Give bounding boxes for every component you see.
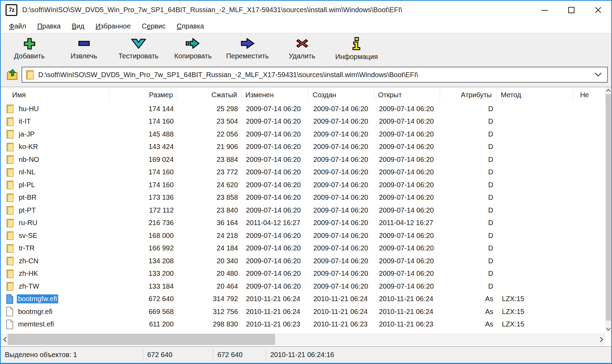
extract-button[interactable]: Извлечь xyxy=(57,33,111,62)
cell-method: LZX:15 xyxy=(497,295,574,303)
cell-modified: 2009-07-14 06:20 xyxy=(242,168,309,176)
cell-name[interactable]: nb-NO xyxy=(1,153,109,166)
column-header-size[interactable]: Размер xyxy=(109,88,177,101)
table-row[interactable]: ko-KR143 42421 9062009-07-14 06:202009-0… xyxy=(1,141,605,154)
maximize-icon xyxy=(568,6,575,14)
table-row[interactable]: bootmgr.efi669 568312 7562010-11-21 06:2… xyxy=(1,305,605,318)
move-button[interactable]: Переместить xyxy=(220,33,275,62)
file-name: hu-HU xyxy=(17,104,40,114)
table-row[interactable]: ru-RU216 73636 1642011-04-12 16:272009-0… xyxy=(1,217,605,230)
table-row[interactable]: zh-HK133 20020 4802009-07-14 06:202009-0… xyxy=(1,267,605,280)
table-row[interactable]: hu-HU174 14425 2982009-07-14 06:202009-0… xyxy=(1,102,605,115)
cell-name[interactable]: bootmgr.efi xyxy=(1,305,109,318)
cell-name[interactable]: zh-HK xyxy=(1,267,109,280)
table-row[interactable]: nb-NO169 02423 8842009-07-14 06:202009-0… xyxy=(1,153,605,166)
cell-name[interactable]: memtest.efi xyxy=(1,318,109,331)
cell-packed: 25 298 xyxy=(178,105,242,113)
scrollbar-down-arrow[interactable] xyxy=(605,326,611,332)
cell-size: 216 736 xyxy=(109,219,178,227)
add-button[interactable]: Добавить xyxy=(2,33,57,62)
folder-icon xyxy=(6,218,15,228)
cell-packed: 314 792 xyxy=(178,295,242,303)
chevron-down-icon[interactable] xyxy=(592,72,604,77)
table-row[interactable]: zh-TW133 18420 4642009-07-14 06:202009-0… xyxy=(1,280,605,293)
column-header-created[interactable]: Создан xyxy=(308,88,374,101)
column-header-method[interactable]: Метод xyxy=(496,88,573,101)
cell-created: 2009-07-14 06:20 xyxy=(309,193,375,201)
table-row[interactable]: sv-SE168 00024 2182009-07-14 06:202009-0… xyxy=(1,229,605,242)
horizontal-scrollbar[interactable] xyxy=(1,333,605,345)
up-one-level-button[interactable] xyxy=(3,66,22,83)
cell-name[interactable]: bootmgfw.efi xyxy=(1,293,109,306)
menu-item-правка[interactable]: Правка xyxy=(32,21,66,32)
horizontal-scrollbar-thumb[interactable] xyxy=(8,334,275,345)
test-button[interactable]: Тестировать xyxy=(111,33,166,62)
column-header-accessed[interactable]: Открыт xyxy=(374,88,440,101)
delete-button[interactable]: Удалить xyxy=(275,33,329,62)
table-row[interactable]: it-IT174 16023 5042009-07-14 06:202009-0… xyxy=(1,115,605,128)
table-row[interactable]: nl-NL174 16023 7722009-07-14 06:202009-0… xyxy=(1,166,605,179)
column-header-ne[interactable]: Не xyxy=(573,88,605,101)
move-arrow-icon xyxy=(239,36,257,50)
table-row[interactable]: tr-TR166 99224 1842009-07-14 06:202009-0… xyxy=(1,242,605,255)
cell-name[interactable]: ko-KR xyxy=(1,141,109,154)
vertical-scrollbar-thumb[interactable] xyxy=(606,94,611,321)
cell-attrs: D xyxy=(441,193,497,201)
cell-name[interactable]: tr-TR xyxy=(1,242,109,255)
column-header-name[interactable]: Имя xyxy=(1,88,109,101)
cell-name[interactable]: it-IT xyxy=(1,115,109,128)
cell-accessed: 2009-07-14 06:20 xyxy=(375,232,441,240)
cell-accessed: 2009-07-14 06:20 xyxy=(375,282,441,290)
scrollbar-up-arrow[interactable] xyxy=(605,87,611,94)
folder-icon xyxy=(6,243,15,254)
cell-name[interactable]: pt-PT xyxy=(1,204,109,217)
menu-item-сервис[interactable]: Сервис xyxy=(136,21,171,32)
menu-item-справка[interactable]: Справка xyxy=(171,21,209,32)
column-header-modified[interactable]: Изменен xyxy=(241,88,308,101)
column-header-packed[interactable]: Сжатый xyxy=(177,88,242,101)
table-row[interactable]: ja-JP145 48822 0562009-07-14 06:202009-0… xyxy=(1,128,605,141)
cell-name[interactable]: zh-CN xyxy=(1,255,109,267)
maximize-button[interactable] xyxy=(558,1,585,19)
file-name: pt-PT xyxy=(17,206,37,215)
table-row[interactable]: zh-CN134 20820 3402009-07-14 06:202009-0… xyxy=(1,255,605,267)
cell-name[interactable]: pl-PL xyxy=(1,179,109,191)
cell-name[interactable]: ja-JP xyxy=(1,128,109,141)
cell-name[interactable]: nl-NL xyxy=(1,166,109,179)
copy-button[interactable]: Копировать xyxy=(166,33,220,62)
table-row[interactable]: pl-PL174 16024 6202009-07-14 06:202009-0… xyxy=(1,179,605,191)
cell-attrs: As xyxy=(441,320,497,328)
cell-accessed: 2009-07-14 06:20 xyxy=(375,143,441,151)
info-button[interactable]: Информация xyxy=(329,33,384,62)
file-icon-selected xyxy=(6,294,14,304)
cell-name[interactable]: zh-TW xyxy=(1,280,109,293)
tool-label: Информация xyxy=(335,53,378,61)
file-list-panel: ИмяРазмерСжатыйИзмененСозданОткрытАтрибу… xyxy=(1,87,611,346)
tool-label: Извлечь xyxy=(71,52,97,60)
file-name: it-IT xyxy=(17,117,32,126)
cell-name[interactable]: ru-RU xyxy=(1,217,109,230)
menu-item-файл[interactable]: Файл xyxy=(3,21,32,32)
cell-packed: 22 056 xyxy=(178,130,242,138)
column-header-attrs[interactable]: Атрибуты xyxy=(440,88,496,101)
cell-accessed: 2009-07-14 06:20 xyxy=(375,168,441,176)
cell-name[interactable]: hu-HU xyxy=(1,102,109,115)
minimize-button[interactable] xyxy=(531,1,558,19)
cell-name[interactable]: sv-SE xyxy=(1,229,109,242)
scrollbar-right-arrow[interactable] xyxy=(597,333,605,345)
path-combobox[interactable]: D:\soft\WinISO\SW_DVD5_Win_Pro_7w_SP1_64… xyxy=(22,67,608,83)
menu-item-вид[interactable]: Вид xyxy=(66,21,90,32)
vertical-scrollbar[interactable] xyxy=(605,87,611,332)
close-button[interactable] xyxy=(585,1,611,19)
folder-icon xyxy=(6,180,15,190)
cell-size: 168 000 xyxy=(109,232,178,240)
table-row[interactable]: pt-PT172 11223 8402009-07-14 06:202009-0… xyxy=(1,204,605,217)
cell-name[interactable]: pt-BR xyxy=(1,191,109,204)
table-row[interactable]: memtest.efi611 200298 8302010-11-21 06:2… xyxy=(1,318,605,331)
table-row[interactable]: bootmgfw.efi672 640314 7922010-11-21 06:… xyxy=(1,293,605,306)
path-input[interactable]: D:\soft\WinISO\SW_DVD5_Win_Pro_7w_SP1_64… xyxy=(38,71,592,79)
menu-item-избранное[interactable]: Избранное xyxy=(90,21,136,32)
cell-attrs: D xyxy=(441,244,497,252)
table-row[interactable]: pt-BR173 13623 8582009-07-14 06:202009-0… xyxy=(1,191,605,204)
cell-attrs: D xyxy=(441,219,497,227)
